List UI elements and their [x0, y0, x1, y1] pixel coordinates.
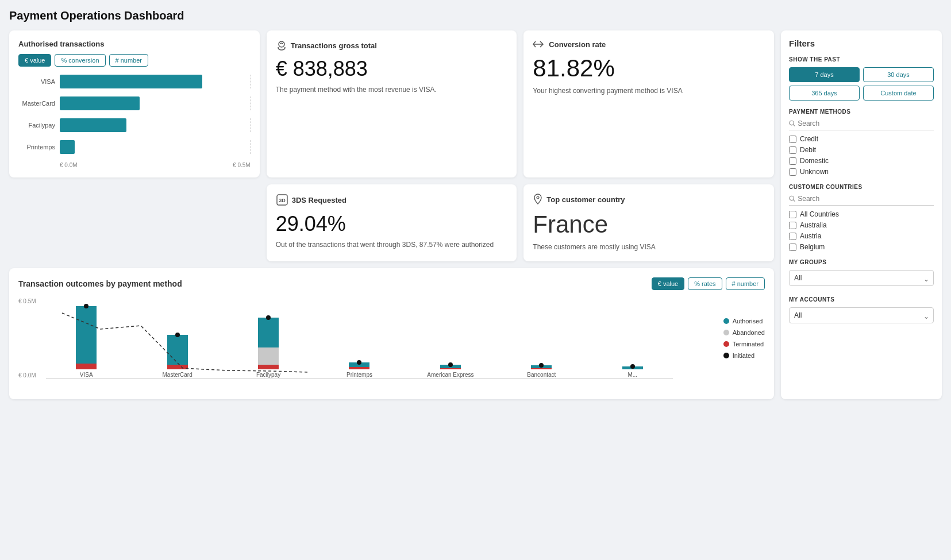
- bar-row-mastercard: MasterCard: [18, 96, 251, 110]
- auth-card-label: Authorised transactions: [18, 40, 105, 48]
- axis-max: € 0.5M: [233, 162, 251, 168]
- svg-line-2: [793, 125, 795, 126]
- seg-authorised-facilypay: [258, 318, 279, 347]
- stacked-bar-amex: [440, 365, 461, 369]
- country-all-checkbox[interactable]: [789, 211, 796, 218]
- svg-text:3D: 3D: [279, 198, 286, 203]
- conv-value: 81.82%: [533, 55, 765, 82]
- bottom-toggle-value[interactable]: € value: [652, 277, 684, 290]
- my-accounts-select[interactable]: All: [789, 307, 934, 323]
- bar-label-mastercard-bottom: MasterCard: [163, 372, 192, 378]
- country-value: France: [533, 211, 765, 238]
- gross-value: € 838,883: [276, 57, 508, 81]
- country-belgium-checkbox[interactable]: [789, 244, 796, 251]
- seg-terminated-bancontact: [531, 368, 552, 369]
- toggle-conversion-btn[interactable]: % conversion: [55, 54, 105, 67]
- toggle-number-btn[interactable]: # number: [109, 54, 148, 67]
- payment-domestic-row: Domestic: [789, 157, 934, 165]
- stacked-bar-m: [622, 366, 643, 369]
- dot-bancontact: [539, 363, 544, 368]
- bar-label-visa-bottom: VISA: [80, 372, 93, 378]
- country-card-title: Top customer country: [533, 194, 765, 205]
- bar-label-facilypay: Facilypay: [18, 122, 55, 129]
- bag-icon: [276, 40, 287, 51]
- dot-amex: [448, 362, 453, 367]
- payment-unknown-row: Unknown: [789, 168, 934, 176]
- tds-card: 3D 3DS Requested 29.04% Out of the trans…: [267, 184, 517, 261]
- svg-point-1: [790, 121, 794, 125]
- conversion-rate-card: Conversion rate 81.82% Your highest conv…: [523, 30, 774, 177]
- auth-transactions-card: Authorised transactions € value % conver…: [9, 30, 260, 177]
- bar-group-bancontact: Bancontact: [501, 365, 582, 378]
- payment-credit-checkbox[interactable]: [789, 136, 796, 143]
- country-card-label: Top customer country: [546, 195, 625, 204]
- toggle-value-btn[interactable]: € value: [18, 54, 51, 67]
- payment-debit-checkbox[interactable]: [789, 146, 796, 154]
- date-7days-btn[interactable]: 7 days: [789, 67, 860, 82]
- bottom-toggle-rates[interactable]: % rates: [688, 277, 722, 290]
- payment-unknown-checkbox[interactable]: [789, 168, 796, 176]
- bar-outer-mastercard: [60, 96, 251, 110]
- dot-visa: [84, 304, 88, 308]
- payment-debit-row: Debit: [789, 146, 934, 154]
- country-belgium-row: Belgium: [789, 243, 934, 251]
- bar-group-amex: American Express: [410, 365, 491, 378]
- country-australia-checkbox[interactable]: [789, 222, 796, 229]
- payment-credit-label: Credit: [800, 135, 818, 143]
- date-custom-btn[interactable]: Custom date: [863, 86, 934, 101]
- my-groups-select[interactable]: All: [789, 270, 934, 286]
- seg-authorised-mastercard: [167, 335, 188, 365]
- tds-value: 29.04%: [276, 212, 508, 236]
- auth-toggle-group: € value % conversion # number: [18, 54, 251, 67]
- payment-domestic-checkbox[interactable]: [789, 157, 796, 165]
- bar-axis: € 0.0M € 0.5M: [18, 162, 251, 168]
- bar-label-facilypay-bottom: Facilypay: [256, 372, 280, 378]
- seg-terminated-facilypay: [258, 365, 279, 369]
- payment-search-container: [789, 119, 934, 130]
- seg-abandoned-facilypay: [258, 347, 279, 365]
- conv-card-title: Conversion rate: [533, 40, 765, 49]
- bar-group-m: M...: [592, 366, 673, 378]
- tds-card-label: 3DS Requested: [292, 196, 346, 204]
- payment-search-input[interactable]: [798, 119, 934, 128]
- bar-label-visa: VISA: [18, 78, 55, 85]
- country-austria-label: Austria: [800, 232, 821, 240]
- country-australia-row: Australia: [789, 221, 934, 229]
- date-365days-btn[interactable]: 365 days: [789, 86, 860, 101]
- bar-fill-printemps: [60, 140, 75, 154]
- bar-row-visa: VISA: [18, 75, 251, 88]
- gross-total-card: Transactions gross total € 838,883 The p…: [267, 30, 517, 177]
- bar-outer-facilypay: [60, 118, 251, 132]
- stacked-bar-mastercard: [167, 335, 188, 369]
- seg-terminated-visa: [76, 364, 97, 369]
- stacked-bar-visa: [76, 306, 97, 369]
- dot-printemps: [357, 360, 361, 365]
- dot-m: [630, 364, 635, 369]
- legend-label-initiated: Initiated: [733, 352, 755, 359]
- bar-label-printemps-bottom: Printemps: [346, 372, 372, 378]
- countries-search-input[interactable]: [798, 195, 934, 203]
- chart-y-labels: € 0.5M € 0.0M: [18, 298, 43, 379]
- axis-min: € 0.0M: [60, 162, 78, 168]
- legend-dot-initiated: [723, 353, 729, 358]
- auth-bar-chart: VISA MasterCard Facilypay Printemps: [18, 75, 251, 168]
- dot-mastercard: [175, 333, 180, 337]
- bar-outer-visa: [60, 75, 251, 88]
- country-austria-row: Austria: [789, 232, 934, 240]
- payment-search-icon: [789, 120, 795, 127]
- page-title: Payment Operations Dashboard: [9, 9, 942, 22]
- stacked-bar-printemps: [349, 362, 369, 369]
- bottom-toggle-number[interactable]: # number: [726, 277, 765, 290]
- location-icon: [533, 194, 543, 205]
- my-accounts-label: MY ACCOUNTS: [789, 296, 934, 303]
- payment-credit-row: Credit: [789, 135, 934, 143]
- country-austria-checkbox[interactable]: [789, 233, 796, 240]
- date-30days-btn[interactable]: 30 days: [863, 67, 934, 82]
- legend-terminated: Terminated: [723, 341, 765, 347]
- bar-label-m-bottom: M...: [627, 372, 637, 378]
- filters-card: Filters SHOW THE PAST 7 days 30 days 365…: [781, 30, 942, 399]
- bar-group-visa: VISA: [46, 306, 126, 378]
- legend-label-terminated: Terminated: [733, 341, 764, 347]
- seg-authorised-visa: [76, 306, 97, 364]
- svg-point-7: [537, 196, 539, 199]
